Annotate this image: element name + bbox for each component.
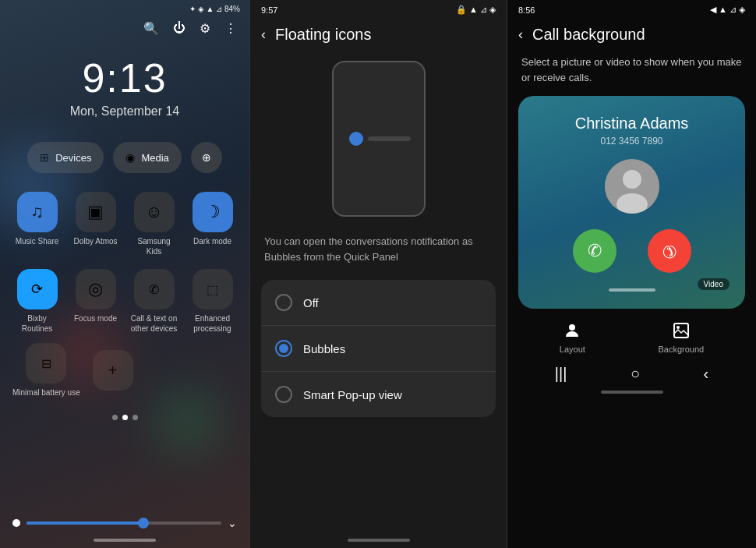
- layout-button[interactable]: Layout: [560, 320, 585, 354]
- dolby-icon: ▣: [76, 192, 116, 232]
- page-indicators: [0, 415, 249, 420]
- dark-mode-icon: ☽: [193, 192, 233, 232]
- radio-smart: [275, 386, 292, 403]
- focus-icon: ◎: [76, 269, 116, 309]
- brightness-fill: [26, 521, 143, 525]
- tile-enhanced[interactable]: ⬚ Enhanced processing: [188, 269, 237, 334]
- settings-small-button[interactable]: ⊕: [191, 142, 222, 173]
- status-time-2: 9:57: [261, 5, 277, 15]
- devices-icon: ⊞: [40, 151, 49, 164]
- tile-focus[interactable]: ◎ Focus mode: [71, 269, 120, 334]
- tiles-grid-row1: ♫ Music Share ▣ Dolby Atmos ☺ Samsung Ki…: [0, 179, 249, 269]
- bixby-label: Bixby Routines: [12, 313, 62, 334]
- layout-icon: [561, 320, 583, 341]
- option-smart[interactable]: Smart Pop-up view: [261, 372, 496, 417]
- status-bar-3: 8:56 ◀ ▲ ⊿ ◈: [507, 0, 756, 19]
- media-button[interactable]: ◉ Media: [113, 142, 181, 173]
- option-bubbles-label: Bubbles: [303, 342, 345, 355]
- bubble-indicator: [349, 132, 411, 146]
- music-share-label: Music Share: [16, 236, 59, 246]
- decline-button[interactable]: ✆: [648, 229, 691, 273]
- brightness-thumb[interactable]: [138, 518, 149, 529]
- call-bottom-bar: [601, 391, 663, 394]
- status-icons: ✦ ◈ ▲ ⊿ 84%: [189, 5, 240, 13]
- scroll-down-icon[interactable]: ⌄: [228, 517, 237, 529]
- samsung-kids-icon: ☺: [134, 192, 175, 232]
- back-button-2[interactable]: ‹: [261, 27, 266, 43]
- decline-icon: ✆: [657, 239, 681, 263]
- tile-battery[interactable]: ⊟ Minimal battery use: [12, 343, 80, 398]
- devices-button[interactable]: ⊞ Devices: [27, 142, 104, 173]
- bubble-dot: [349, 132, 363, 146]
- layout-label: Layout: [560, 345, 585, 354]
- background-label: Background: [658, 345, 704, 354]
- tile-samsung-kids[interactable]: ☺ Samsung Kids: [129, 192, 178, 256]
- lock-screen-panel: ✦ ◈ ▲ ⊿ 84% 🔍 ⏻ ⚙ ⋮ 9:13 Mon, September …: [0, 0, 249, 548]
- floating-description: You can open the conversations notificat…: [250, 225, 507, 274]
- answer-button[interactable]: ✆: [573, 229, 616, 273]
- call-header: ‹ Call background: [507, 19, 756, 51]
- lock-screen-bottom-bar: [94, 539, 156, 542]
- tile-call-text[interactable]: ✆ Call & text on other devices: [129, 269, 178, 334]
- options-card: Off Bubbles Smart Pop-up view: [261, 280, 496, 417]
- search-icon[interactable]: 🔍: [143, 21, 159, 36]
- radio-off: [275, 294, 292, 311]
- bixby-icon: ⟳: [17, 269, 58, 309]
- devices-label: Devices: [55, 152, 91, 164]
- tile-dolby[interactable]: ▣ Dolby Atmos: [71, 192, 120, 256]
- phone-preview: [332, 61, 426, 217]
- option-bubbles[interactable]: Bubbles: [261, 326, 496, 372]
- bottom-toolbar: Layout Background: [507, 309, 756, 357]
- status-bar: ✦ ◈ ▲ ⊿ 84%: [0, 0, 249, 18]
- bubble-line: [368, 136, 411, 141]
- battery-label: Minimal battery use: [12, 387, 80, 398]
- media-icon: ◉: [125, 151, 135, 164]
- battery-icon: ⊟: [26, 343, 66, 384]
- caller-avatar: [605, 159, 659, 214]
- call-card: Christina Adams 012 3456 7890 ✆ ✆ Video: [518, 96, 745, 309]
- radio-bubbles: [275, 340, 292, 357]
- background-button[interactable]: Background: [658, 320, 704, 354]
- svg-rect-4: [674, 323, 688, 338]
- clock-time: 9:13: [82, 55, 167, 101]
- samsung-kids-label: Samsung Kids: [129, 236, 178, 256]
- tile-add[interactable]: +: [93, 350, 133, 391]
- option-off-label: Off: [303, 296, 319, 309]
- brightness-min-icon: [12, 519, 20, 527]
- more-icon[interactable]: ⋮: [224, 21, 237, 36]
- call-home-bar: [609, 288, 655, 292]
- tile-dark-mode[interactable]: ☽ Dark mode: [188, 192, 237, 256]
- option-off[interactable]: Off: [261, 280, 496, 326]
- top-action-bar: 🔍 ⏻ ⚙ ⋮: [0, 18, 249, 39]
- brightness-control[interactable]: ⌄: [0, 511, 249, 536]
- enhanced-label: Enhanced processing: [188, 313, 237, 334]
- answer-icon: ✆: [588, 241, 602, 261]
- settings-small-icon: ⊕: [202, 151, 211, 164]
- back-button-3[interactable]: ‹: [518, 27, 523, 43]
- nav-back-icon[interactable]: ‹: [704, 365, 709, 383]
- option-smart-label: Smart Pop-up view: [303, 388, 402, 401]
- music-share-icon: ♫: [17, 192, 58, 232]
- status-icons-2: 🔒 ▲ ⊿ ◈: [456, 5, 496, 15]
- power-icon[interactable]: ⏻: [173, 21, 185, 36]
- status-bar-2: 9:57 🔒 ▲ ⊿ ◈: [250, 0, 507, 19]
- brightness-bar[interactable]: [26, 521, 221, 525]
- clock-date: Mon, September 14: [70, 104, 180, 118]
- video-label: Video: [698, 278, 730, 290]
- tiles-grid-row2: ⟳ Bixby Routines ◎ Focus mode ✆ Call & t…: [0, 269, 249, 334]
- quick-buttons-row: ⊞ Devices ◉ Media ⊕: [0, 142, 249, 173]
- nav-home-icon[interactable]: ○: [631, 365, 640, 383]
- caller-name: Christina Adams: [575, 115, 689, 133]
- floating-header: ‹ Floating icons: [250, 19, 507, 53]
- phone-preview-container: [250, 53, 507, 225]
- call-action-buttons: ✆ ✆: [573, 229, 691, 273]
- nav-bar: ||| ○ ‹: [507, 357, 756, 389]
- tile-music-share[interactable]: ♫ Music Share: [12, 192, 62, 256]
- caller-number: 012 3456 7890: [600, 136, 662, 147]
- more-tiles-row: ⊟ Minimal battery use +: [0, 334, 249, 407]
- tile-bixby[interactable]: ⟳ Bixby Routines: [12, 269, 62, 334]
- radio-bubbles-fill: [279, 344, 288, 353]
- settings-icon[interactable]: ⚙: [200, 21, 210, 36]
- nav-recent-icon[interactable]: |||: [555, 365, 567, 383]
- call-title: Call background: [532, 26, 645, 44]
